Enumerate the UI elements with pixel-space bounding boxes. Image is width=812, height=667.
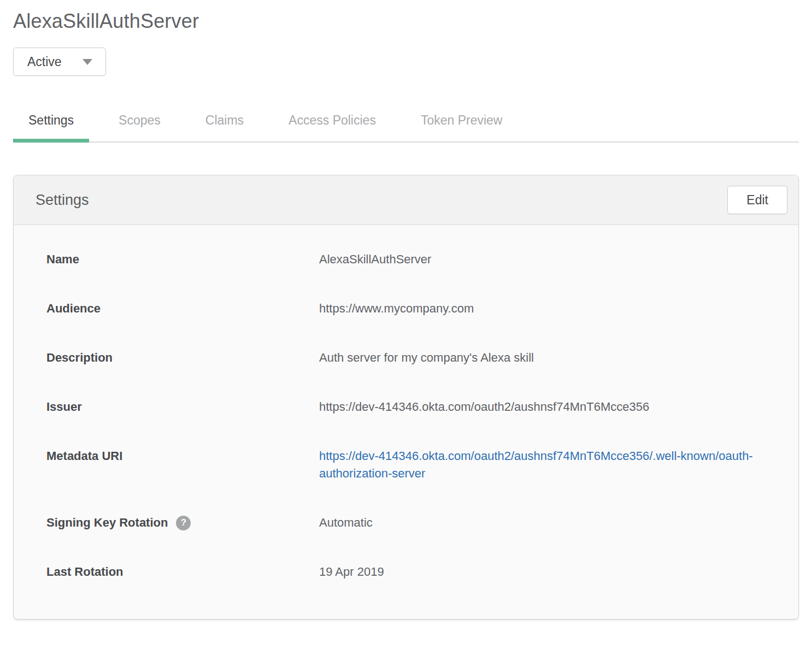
field-label: Audience (46, 300, 319, 317)
field-label: Issuer (46, 398, 319, 416)
field-row-last-rotation: Last Rotation 19 Apr 2019 (46, 563, 766, 581)
page-title: AlexaSkillAuthServer (13, 0, 799, 33)
field-label: Description (46, 349, 319, 367)
status-dropdown[interactable]: Active (13, 48, 106, 76)
audience-value: https://www.mycompany.com (319, 300, 474, 317)
field-row-signing-key-rotation: Signing Key Rotation ? Automatic (46, 514, 766, 532)
help-icon[interactable]: ? (176, 516, 191, 530)
edit-button[interactable]: Edit (727, 186, 787, 214)
field-label: Last Rotation (46, 563, 319, 581)
tab-access-policies[interactable]: Access Policies (273, 105, 391, 141)
tab-token-preview[interactable]: Token Preview (405, 105, 518, 141)
field-row-name: Name AlexaSkillAuthServer (46, 251, 766, 268)
tab-scopes[interactable]: Scopes (103, 105, 176, 141)
settings-fields: Name AlexaSkillAuthServer Audience https… (14, 225, 798, 619)
settings-panel: Settings Edit Name AlexaSkillAuthServer … (13, 175, 799, 619)
tab-claims[interactable]: Claims (190, 105, 259, 141)
field-row-issuer: Issuer https://dev-414346.okta.com/oauth… (46, 398, 766, 416)
status-dropdown-value: Active (27, 55, 62, 69)
field-label: Name (46, 251, 319, 268)
description-value: Auth server for my company's Alexa skill (319, 349, 534, 367)
metadata-uri-link[interactable]: https://dev-414346.okta.com/oauth2/aushn… (319, 449, 753, 480)
field-label: Signing Key Rotation ? (46, 514, 319, 532)
signing-key-rotation-value: Automatic (319, 514, 373, 532)
field-row-description: Description Auth server for my company's… (46, 349, 766, 367)
issuer-value: https://dev-414346.okta.com/oauth2/aushn… (319, 398, 649, 416)
authorization-server-page: AlexaSkillAuthServer Active Settings Sco… (0, 0, 812, 628)
field-label: Metadata URI (46, 447, 319, 465)
tab-bar: Settings Scopes Claims Access Policies T… (13, 105, 799, 143)
name-value: AlexaSkillAuthServer (319, 251, 431, 268)
settings-panel-header: Settings Edit (14, 175, 798, 225)
chevron-down-icon (83, 59, 92, 65)
field-row-metadata-uri: Metadata URI https://dev-414346.okta.com… (46, 447, 766, 482)
tab-settings[interactable]: Settings (13, 105, 89, 141)
panel-title: Settings (36, 192, 89, 209)
last-rotation-value: 19 Apr 2019 (319, 563, 384, 581)
field-row-audience: Audience https://www.mycompany.com (46, 300, 766, 317)
field-label-text: Signing Key Rotation (46, 514, 168, 532)
